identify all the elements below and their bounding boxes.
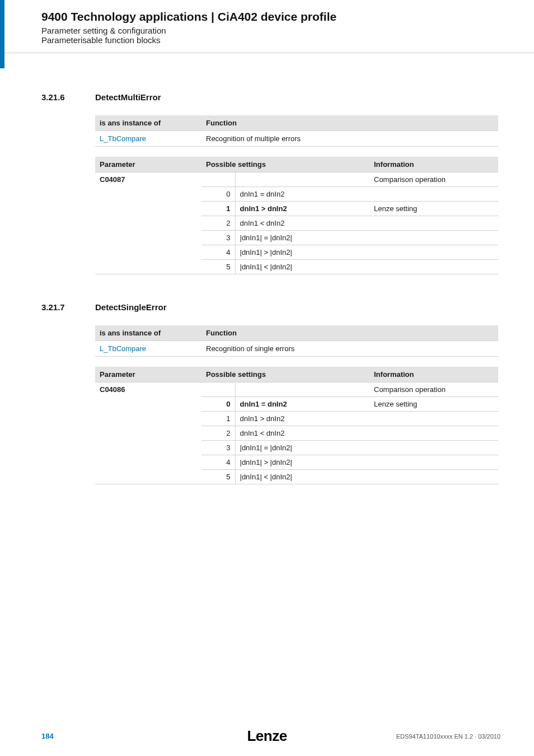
table-row: C04087 Comparison operation: [95, 172, 498, 187]
info-cell: [369, 245, 498, 260]
col-header: Parameter: [95, 367, 202, 382]
setting-text: |dnIn1| = |dnIn2|: [235, 231, 369, 245]
brand-logo: Lenze: [247, 727, 287, 745]
cell: [235, 382, 369, 397]
content-area: 3.21.6 DetectMultiError is ans instance …: [0, 53, 534, 484]
page-number: 184: [41, 732, 54, 740]
col-header: Parameter: [95, 157, 202, 172]
info-cell: [369, 426, 498, 441]
setting-index: 2: [202, 426, 235, 441]
table-row: C04086 Comparison operation: [95, 382, 498, 397]
setting-index: 1: [202, 202, 235, 216]
parameter-table: Parameter Possible settings Information …: [95, 157, 498, 274]
setting-text: |dnIn1| > |dnIn2|: [235, 245, 369, 260]
info-cell: [369, 216, 498, 231]
setting-index: 3: [202, 441, 235, 455]
setting-text: |dnIn1| < |dnIn2|: [235, 470, 369, 484]
setting-index: 4: [202, 455, 235, 470]
page-subtitle-2: Parameterisable function blocks: [41, 35, 500, 45]
setting-text: dnIn1 = dnIn2: [235, 397, 369, 412]
section-title: DetectSingleError: [95, 302, 167, 312]
setting-text: dnIn1 > dnIn2: [235, 202, 369, 216]
setting-index: 0: [202, 397, 235, 412]
info-cell: [369, 260, 498, 274]
parameter-name: C04086: [95, 382, 202, 484]
page-footer: 184 Lenze EDS94TA11010xxxx EN 1.2 · 03/2…: [0, 732, 534, 740]
cell: [202, 172, 235, 187]
section-number: 3.21.7: [41, 302, 95, 312]
col-header: Information: [369, 157, 498, 172]
table-header-row: is ans instance of Function: [95, 115, 498, 131]
col-header: Possible settings: [202, 367, 369, 382]
table-group: is ans instance of Function L_TbCompare …: [95, 115, 498, 274]
instance-function: Recognition of single errors: [202, 341, 498, 357]
document-id: EDS94TA11010xxxx EN 1.2 · 03/2010: [396, 733, 500, 740]
setting-index: 5: [202, 470, 235, 484]
info-cell: Lenze setting: [369, 202, 498, 216]
info-cell: [369, 470, 498, 484]
page-title: 9400 Technology applications | CiA402 de…: [41, 10, 500, 24]
info-cell: [369, 412, 498, 426]
col-header: Function: [202, 115, 498, 131]
setting-index: 5: [202, 260, 235, 274]
instance-table: is ans instance of Function L_TbCompare …: [95, 115, 498, 147]
col-header: is ans instance of: [95, 115, 202, 131]
setting-text: dnIn1 < dnIn2: [235, 216, 369, 231]
setting-index: 2: [202, 216, 235, 231]
cell: [235, 172, 369, 187]
section-title: DetectMultiError: [95, 92, 161, 102]
parameter-table: Parameter Possible settings Information …: [95, 367, 498, 484]
info-cell: Comparison operation: [369, 382, 498, 397]
setting-text: |dnIn1| > |dnIn2|: [235, 455, 369, 470]
parameter-name: C04087: [95, 172, 202, 274]
instance-table: is ans instance of Function L_TbCompare …: [95, 325, 498, 357]
page-subtitle-1: Parameter setting & configuration: [41, 26, 500, 35]
info-cell: [369, 441, 498, 455]
instance-function: Recognition of multiple errors: [202, 131, 498, 147]
instance-link[interactable]: L_TbCompare: [95, 131, 202, 147]
setting-index: 1: [202, 412, 235, 426]
table-header-row: is ans instance of Function: [95, 325, 498, 341]
setting-text: |dnIn1| = |dnIn2|: [235, 441, 369, 455]
info-cell: [369, 455, 498, 470]
setting-index: 4: [202, 245, 235, 260]
info-cell: Comparison operation: [369, 172, 498, 187]
col-header: is ans instance of: [95, 325, 202, 341]
table-group: is ans instance of Function L_TbCompare …: [95, 325, 498, 484]
section-number: 3.21.6: [41, 92, 95, 102]
table-header-row: Parameter Possible settings Information: [95, 157, 498, 172]
setting-text: |dnIn1| < |dnIn2|: [235, 260, 369, 274]
cell: [202, 382, 235, 397]
table-row: L_TbCompare Recognition of multiple erro…: [95, 131, 498, 147]
setting-text: dnIn1 < dnIn2: [235, 426, 369, 441]
setting-text: dnIn1 = dnIn2: [235, 187, 369, 202]
setting-index: 0: [202, 187, 235, 202]
col-header: Possible settings: [202, 157, 369, 172]
section-heading: 3.21.6 DetectMultiError: [41, 92, 500, 102]
section-heading: 3.21.7 DetectSingleError: [41, 302, 500, 312]
table-header-row: Parameter Possible settings Information: [95, 367, 498, 382]
accent-bar: [0, 0, 4, 68]
page-header: 9400 Technology applications | CiA402 de…: [0, 0, 534, 53]
col-header: Function: [202, 325, 498, 341]
info-cell: [369, 187, 498, 202]
instance-link[interactable]: L_TbCompare: [95, 341, 202, 357]
info-cell: Lenze setting: [369, 397, 498, 412]
info-cell: [369, 231, 498, 245]
table-row: L_TbCompare Recognition of single errors: [95, 341, 498, 357]
col-header: Information: [369, 367, 498, 382]
setting-index: 3: [202, 231, 235, 245]
setting-text: dnIn1 > dnIn2: [235, 412, 369, 426]
